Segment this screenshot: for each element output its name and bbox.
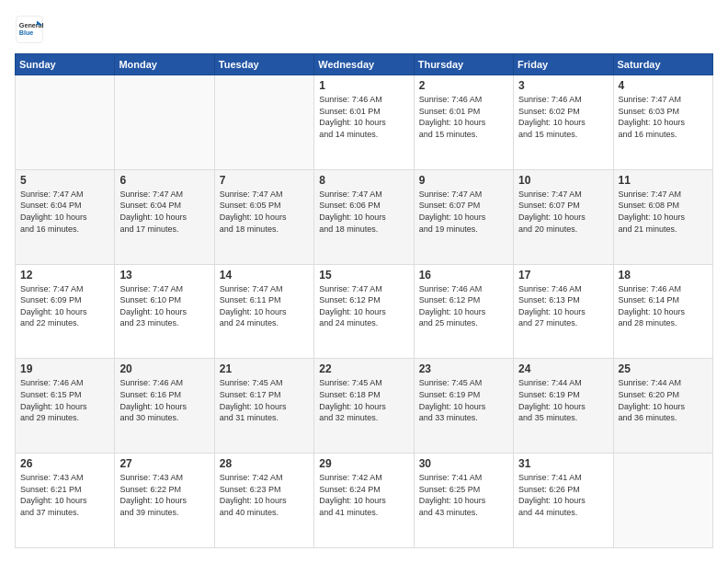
day-number: 26 — [20, 457, 109, 470]
day-number: 5 — [20, 174, 109, 187]
week-row-3: 19Sunrise: 7:46 AM Sunset: 6:15 PM Dayli… — [16, 359, 713, 454]
day-info: Sunrise: 7:41 AM Sunset: 6:25 PM Dayligh… — [419, 472, 508, 518]
weekday-header-thursday: Thursday — [414, 54, 513, 75]
weekday-header-saturday: Saturday — [613, 54, 712, 75]
day-info: Sunrise: 7:46 AM Sunset: 6:02 PM Dayligh… — [518, 94, 608, 140]
day-number: 17 — [518, 269, 608, 282]
weekday-header-tuesday: Tuesday — [214, 54, 313, 75]
day-number: 29 — [319, 457, 408, 470]
calendar-cell: 9Sunrise: 7:47 AM Sunset: 6:07 PM Daylig… — [414, 169, 513, 264]
calendar-cell: 2Sunrise: 7:46 AM Sunset: 6:01 PM Daylig… — [414, 75, 513, 170]
page: General Blue SundayMondayTuesdayWednesda… — [0, 0, 728, 563]
calendar-cell: 19Sunrise: 7:46 AM Sunset: 6:15 PM Dayli… — [16, 359, 115, 454]
day-number: 22 — [319, 362, 408, 375]
calendar-cell — [115, 75, 214, 170]
day-info: Sunrise: 7:46 AM Sunset: 6:13 PM Dayligh… — [518, 283, 608, 329]
week-row-4: 26Sunrise: 7:43 AM Sunset: 6:21 PM Dayli… — [16, 454, 713, 548]
calendar-cell — [214, 75, 313, 170]
calendar-cell: 29Sunrise: 7:42 AM Sunset: 6:24 PM Dayli… — [314, 454, 414, 548]
logo-icon: General Blue — [15, 15, 44, 44]
calendar-cell: 7Sunrise: 7:47 AM Sunset: 6:05 PM Daylig… — [214, 169, 313, 264]
day-info: Sunrise: 7:43 AM Sunset: 6:21 PM Dayligh… — [20, 472, 109, 518]
calendar-cell — [613, 454, 712, 548]
day-number: 20 — [119, 362, 209, 375]
day-info: Sunrise: 7:43 AM Sunset: 6:22 PM Dayligh… — [119, 472, 209, 518]
calendar-cell: 16Sunrise: 7:46 AM Sunset: 6:12 PM Dayli… — [414, 264, 513, 359]
day-number: 13 — [119, 269, 209, 282]
day-number: 18 — [619, 269, 708, 282]
day-number: 15 — [319, 269, 408, 282]
day-number: 21 — [220, 362, 309, 375]
day-info: Sunrise: 7:45 AM Sunset: 6:17 PM Dayligh… — [220, 377, 309, 423]
day-number: 10 — [518, 174, 608, 187]
day-number: 14 — [220, 269, 309, 282]
day-info: Sunrise: 7:46 AM Sunset: 6:14 PM Dayligh… — [619, 283, 708, 329]
calendar-cell: 13Sunrise: 7:47 AM Sunset: 6:10 PM Dayli… — [115, 264, 214, 359]
calendar-cell: 25Sunrise: 7:44 AM Sunset: 6:20 PM Dayli… — [613, 359, 712, 454]
calendar-cell: 27Sunrise: 7:43 AM Sunset: 6:22 PM Dayli… — [115, 454, 214, 548]
calendar-table: SundayMondayTuesdayWednesdayThursdayFrid… — [15, 53, 713, 548]
day-number: 12 — [20, 269, 109, 282]
day-number: 3 — [518, 79, 608, 92]
calendar-cell: 12Sunrise: 7:47 AM Sunset: 6:09 PM Dayli… — [16, 264, 115, 359]
calendar-cell: 28Sunrise: 7:42 AM Sunset: 6:23 PM Dayli… — [214, 454, 313, 548]
day-number: 16 — [419, 269, 508, 282]
day-info: Sunrise: 7:45 AM Sunset: 6:18 PM Dayligh… — [319, 377, 408, 423]
week-row-1: 5Sunrise: 7:47 AM Sunset: 6:04 PM Daylig… — [16, 169, 713, 264]
day-number: 28 — [220, 457, 309, 470]
day-number: 23 — [419, 362, 508, 375]
calendar-cell: 4Sunrise: 7:47 AM Sunset: 6:03 PM Daylig… — [613, 75, 712, 170]
day-number: 6 — [119, 174, 209, 187]
calendar-cell: 15Sunrise: 7:47 AM Sunset: 6:12 PM Dayli… — [314, 264, 414, 359]
calendar-cell: 26Sunrise: 7:43 AM Sunset: 6:21 PM Dayli… — [16, 454, 115, 548]
day-info: Sunrise: 7:47 AM Sunset: 6:06 PM Dayligh… — [319, 189, 408, 235]
day-info: Sunrise: 7:42 AM Sunset: 6:23 PM Dayligh… — [220, 472, 309, 518]
svg-text:Blue: Blue — [19, 29, 34, 37]
calendar-cell: 30Sunrise: 7:41 AM Sunset: 6:25 PM Dayli… — [414, 454, 513, 548]
day-info: Sunrise: 7:47 AM Sunset: 6:04 PM Dayligh… — [119, 189, 209, 235]
weekday-header-friday: Friday — [514, 54, 613, 75]
day-info: Sunrise: 7:41 AM Sunset: 6:26 PM Dayligh… — [518, 472, 608, 518]
calendar-cell: 18Sunrise: 7:46 AM Sunset: 6:14 PM Dayli… — [613, 264, 712, 359]
calendar-cell: 21Sunrise: 7:45 AM Sunset: 6:17 PM Dayli… — [214, 359, 313, 454]
day-number: 27 — [119, 457, 209, 470]
day-info: Sunrise: 7:47 AM Sunset: 6:10 PM Dayligh… — [119, 283, 209, 329]
day-info: Sunrise: 7:47 AM Sunset: 6:09 PM Dayligh… — [20, 283, 109, 329]
calendar-cell: 22Sunrise: 7:45 AM Sunset: 6:18 PM Dayli… — [314, 359, 414, 454]
calendar-cell: 17Sunrise: 7:46 AM Sunset: 6:13 PM Dayli… — [514, 264, 613, 359]
calendar-cell: 24Sunrise: 7:44 AM Sunset: 6:19 PM Dayli… — [514, 359, 613, 454]
week-row-0: 1Sunrise: 7:46 AM Sunset: 6:01 PM Daylig… — [16, 75, 713, 170]
day-info: Sunrise: 7:46 AM Sunset: 6:01 PM Dayligh… — [419, 94, 508, 140]
day-info: Sunrise: 7:44 AM Sunset: 6:19 PM Dayligh… — [518, 377, 608, 423]
day-info: Sunrise: 7:47 AM Sunset: 6:03 PM Dayligh… — [619, 94, 708, 140]
header: General Blue — [15, 15, 713, 44]
day-info: Sunrise: 7:46 AM Sunset: 6:12 PM Dayligh… — [419, 283, 508, 329]
day-info: Sunrise: 7:47 AM Sunset: 6:05 PM Dayligh… — [220, 189, 309, 235]
calendar-cell: 6Sunrise: 7:47 AM Sunset: 6:04 PM Daylig… — [115, 169, 214, 264]
day-info: Sunrise: 7:44 AM Sunset: 6:20 PM Dayligh… — [619, 377, 708, 423]
logo: General Blue — [15, 15, 44, 44]
calendar-cell: 11Sunrise: 7:47 AM Sunset: 6:08 PM Dayli… — [613, 169, 712, 264]
calendar-cell: 8Sunrise: 7:47 AM Sunset: 6:06 PM Daylig… — [314, 169, 414, 264]
day-number: 25 — [619, 362, 708, 375]
day-number: 9 — [419, 174, 508, 187]
day-number: 4 — [619, 79, 708, 92]
day-number: 11 — [619, 174, 708, 187]
day-info: Sunrise: 7:46 AM Sunset: 6:16 PM Dayligh… — [119, 377, 209, 423]
day-info: Sunrise: 7:45 AM Sunset: 6:19 PM Dayligh… — [419, 377, 508, 423]
day-info: Sunrise: 7:47 AM Sunset: 6:04 PM Dayligh… — [20, 189, 109, 235]
calendar-cell: 3Sunrise: 7:46 AM Sunset: 6:02 PM Daylig… — [514, 75, 613, 170]
day-info: Sunrise: 7:47 AM Sunset: 6:08 PM Dayligh… — [619, 189, 708, 235]
day-number: 30 — [419, 457, 508, 470]
calendar-cell: 10Sunrise: 7:47 AM Sunset: 6:07 PM Dayli… — [514, 169, 613, 264]
day-number: 8 — [319, 174, 408, 187]
weekday-header-wednesday: Wednesday — [314, 54, 414, 75]
day-number: 7 — [220, 174, 309, 187]
calendar-cell: 20Sunrise: 7:46 AM Sunset: 6:16 PM Dayli… — [115, 359, 214, 454]
calendar-cell: 23Sunrise: 7:45 AM Sunset: 6:19 PM Dayli… — [414, 359, 513, 454]
day-number: 1 — [319, 79, 408, 92]
calendar-cell: 1Sunrise: 7:46 AM Sunset: 6:01 PM Daylig… — [314, 75, 414, 170]
day-number: 2 — [419, 79, 508, 92]
day-info: Sunrise: 7:47 AM Sunset: 6:07 PM Dayligh… — [419, 189, 508, 235]
day-info: Sunrise: 7:42 AM Sunset: 6:24 PM Dayligh… — [319, 472, 408, 518]
